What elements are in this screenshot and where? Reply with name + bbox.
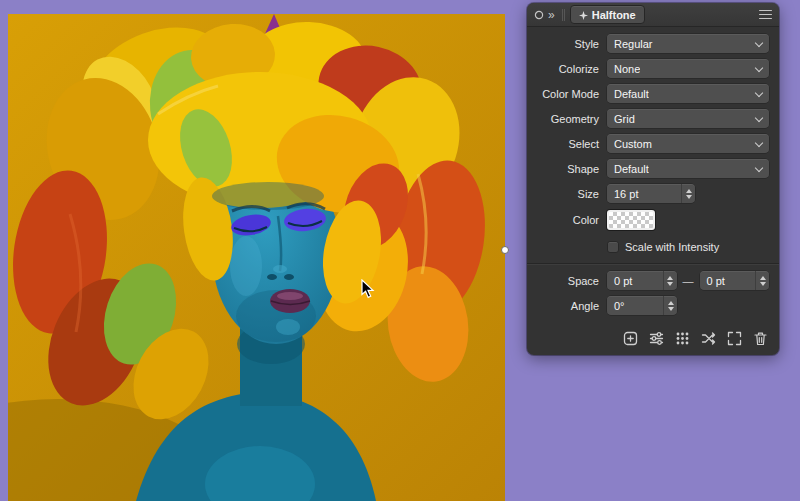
panel-toolbar	[527, 330, 779, 355]
color-mode-dropdown[interactable]: Default	[607, 84, 769, 103]
stepper-down-icon[interactable]	[668, 307, 674, 311]
colorize-row: Colorize None	[527, 56, 779, 81]
size-value: 16 pt	[607, 184, 681, 203]
space-stepper-1[interactable]: 0 pt	[607, 271, 677, 290]
chevron-down-icon	[755, 88, 763, 96]
space-value-1: 0 pt	[607, 271, 663, 290]
sliders-icon	[649, 331, 664, 346]
colorize-label: Colorize	[527, 63, 607, 75]
angle-stepper[interactable]: 0°	[607, 296, 677, 315]
geometry-label: Geometry	[527, 113, 607, 125]
stepper-up-icon[interactable]	[760, 276, 766, 280]
style-row: Style Regular	[527, 31, 779, 56]
stepper-arrows[interactable]	[663, 271, 677, 290]
stepper-down-icon[interactable]	[667, 282, 673, 286]
panel-drag-handle[interactable]	[562, 9, 563, 21]
scale-with-intensity-label: Scale with Intensity	[625, 241, 719, 253]
desktop: » Halftone Style Regular	[0, 0, 800, 501]
chevron-down-icon	[755, 163, 763, 171]
panel-expand-chevrons[interactable]: »	[548, 9, 555, 21]
panel-visibility-icon[interactable]	[534, 10, 544, 20]
select-label: Select	[527, 138, 607, 150]
canvas[interactable]	[8, 14, 505, 501]
size-label: Size	[527, 188, 607, 200]
shuffle-button[interactable]	[700, 330, 716, 346]
panel-body: Style Regular Colorize None	[527, 27, 779, 355]
stepper-up-icon[interactable]	[667, 276, 673, 280]
adjustments-button[interactable]	[648, 330, 664, 346]
sparkle-icon	[579, 6, 588, 24]
shape-value: Default	[614, 163, 649, 175]
angle-row: Angle 0°	[527, 293, 779, 318]
select-row: Select Custom	[527, 131, 779, 156]
grid-dots-icon	[675, 331, 690, 346]
menu-icon[interactable]	[759, 10, 772, 20]
color-mode-label: Color Mode	[527, 88, 607, 100]
size-row: Size 16 pt	[527, 181, 779, 206]
shape-dropdown[interactable]: Default	[607, 159, 769, 178]
select-dropdown[interactable]: Custom	[607, 134, 769, 153]
stepper-down-icon[interactable]	[686, 195, 692, 199]
chevron-down-icon	[755, 63, 763, 71]
canvas-image	[8, 14, 505, 501]
trash-icon	[753, 331, 768, 346]
expand-icon	[727, 331, 742, 346]
space-label: Space	[527, 275, 607, 287]
grid-button[interactable]	[674, 330, 690, 346]
scale-with-intensity-row: Scale with Intensity	[527, 234, 779, 259]
color-swatch[interactable]	[607, 210, 655, 230]
space-stepper-2[interactable]: 0 pt	[700, 271, 770, 290]
add-effect-button[interactable]	[622, 330, 638, 346]
stepper-up-icon[interactable]	[668, 301, 674, 305]
shape-row: Shape Default	[527, 156, 779, 181]
space-row: Space 0 pt — 0 pt	[527, 268, 779, 293]
chevron-down-icon	[755, 38, 763, 46]
shuffle-icon	[701, 331, 716, 346]
stepper-arrows[interactable]	[681, 184, 695, 203]
tab-halftone[interactable]: Halftone	[570, 5, 645, 24]
selection-handle[interactable]	[501, 246, 509, 254]
size-stepper[interactable]: 16 pt	[607, 184, 695, 203]
delete-button[interactable]	[752, 330, 768, 346]
geometry-row: Geometry Grid	[527, 106, 779, 131]
style-dropdown[interactable]: Regular	[607, 34, 769, 53]
stepper-up-icon[interactable]	[686, 189, 692, 193]
color-mode-value: Default	[614, 88, 649, 100]
halftone-panel: » Halftone Style Regular	[527, 3, 779, 355]
chevron-down-icon	[755, 113, 763, 121]
stepper-arrows[interactable]	[663, 296, 677, 315]
panel-title: Halftone	[592, 9, 636, 21]
scale-with-intensity-checkbox[interactable]	[607, 241, 619, 253]
angle-value: 0°	[607, 296, 663, 315]
panel-header: » Halftone	[527, 3, 779, 27]
panel-divider	[527, 263, 779, 264]
angle-label: Angle	[527, 300, 607, 312]
shape-label: Shape	[527, 163, 607, 175]
color-mode-row: Color Mode Default	[527, 81, 779, 106]
range-separator: —	[683, 275, 694, 287]
add-icon	[623, 331, 638, 346]
space-value-2: 0 pt	[700, 271, 756, 290]
style-label: Style	[527, 38, 607, 50]
color-label: Color	[527, 214, 607, 226]
geometry-dropdown[interactable]: Grid	[607, 109, 769, 128]
select-value: Custom	[614, 138, 652, 150]
color-row: Color	[527, 206, 779, 234]
colorize-value: None	[614, 63, 640, 75]
geometry-value: Grid	[614, 113, 635, 125]
stepper-arrows[interactable]	[755, 271, 769, 290]
chevron-down-icon	[755, 138, 763, 146]
colorize-dropdown[interactable]: None	[607, 59, 769, 78]
stepper-down-icon[interactable]	[760, 282, 766, 286]
expand-button[interactable]	[726, 330, 742, 346]
style-value: Regular	[614, 38, 653, 50]
